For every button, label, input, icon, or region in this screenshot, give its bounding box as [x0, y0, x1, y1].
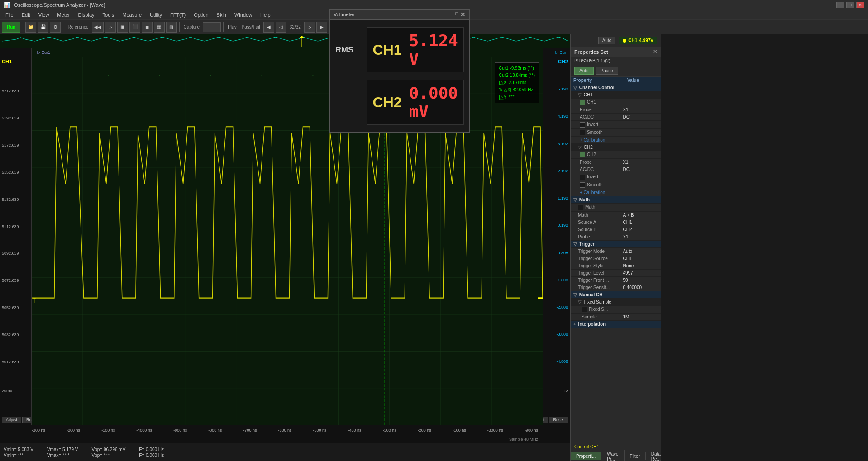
prop-sample-value[interactable]: Sample 1M — [571, 313, 661, 320]
tab-wave-pr[interactable]: Wave Pr... — [601, 450, 624, 461]
top-right-bar: Auto CH1 4.997V — [571, 34, 661, 47]
prop-trigger-mode[interactable]: Trigger Mode Auto — [571, 247, 661, 255]
voltmeter-restore-btn[interactable]: □ — [455, 11, 458, 18]
ch1-smooth-checkbox[interactable] — [580, 130, 585, 135]
value-col-header: Value — [625, 77, 661, 84]
menu-file[interactable]: File — [2, 11, 17, 19]
y-val-2: 5172.639 — [2, 143, 29, 147]
voltmeter-header[interactable]: Voltmeter □ ✕ — [330, 10, 469, 20]
prop-trigger-front[interactable]: Trigger Front ... 50 — [571, 276, 661, 284]
pause-prop-btn[interactable]: Pause — [596, 67, 618, 75]
prop-math-sourceb[interactable]: Source B CH2 — [571, 226, 661, 233]
ref-btn4[interactable]: ⬛ — [129, 22, 140, 33]
stat-vpp: Vpp= 96.296 mV Vpp= **** — [92, 447, 126, 458]
prop-ch2-smooth: Smooth — [571, 181, 661, 189]
x-ns-1: -300 ns — [32, 428, 45, 432]
prop-ch2-acdc[interactable]: AC/DC DC — [571, 166, 661, 173]
menu-display[interactable]: Display — [74, 11, 98, 19]
svg-point-23 — [108, 75, 109, 76]
tab-filter[interactable]: Filter — [625, 452, 646, 460]
menu-help[interactable]: Help — [257, 11, 274, 19]
reset-btn-right[interactable]: Reset — [549, 417, 568, 423]
prop-ch1-calibration[interactable]: + Calibration — [571, 137, 661, 144]
close-btn[interactable]: ✕ — [856, 2, 864, 8]
section-math: ▽ Math — [571, 196, 661, 204]
y-val-6: 5092.639 — [2, 251, 29, 256]
section-manual-ch: ▽ Manual CH — [571, 291, 661, 298]
ref-btn7[interactable]: ▩ — [166, 22, 177, 33]
menu-skin[interactable]: Skin — [213, 11, 230, 19]
math-checkbox[interactable] — [578, 205, 583, 210]
section-fixed-sample: ▽ Fixed Sample — [571, 298, 661, 305]
prop-math-sourcea[interactable]: Source A CH1 — [571, 219, 661, 226]
prop-ch2-calibration[interactable]: + Calibration — [571, 189, 661, 196]
nav-next-btn[interactable]: ▷ — [304, 22, 315, 33]
properties-close-icon[interactable]: ✕ — [653, 49, 657, 55]
tb-icon2[interactable]: 💾 — [38, 22, 48, 33]
y-right-9: -3.808 — [556, 332, 568, 337]
adjust-btn-left[interactable]: Adjust — [2, 417, 21, 423]
tb-icon1[interactable]: 📁 — [25, 22, 36, 33]
prop-trigger-source[interactable]: Trigger Source CH1 — [571, 255, 661, 262]
ref-btn2[interactable]: ▷ — [105, 22, 116, 33]
capture-label: Capture — [182, 24, 202, 29]
ch2-label: CH2 — [558, 59, 568, 64]
prop-trigger-level[interactable]: Trigger Level 4997 — [571, 269, 661, 276]
prop-math-op[interactable]: Math A + B — [571, 211, 661, 219]
auto-prop-btn[interactable]: Auto — [574, 67, 594, 75]
fixed-sample-checkbox[interactable] — [582, 307, 587, 312]
tb-icon3[interactable]: ⚙ — [50, 22, 61, 33]
tab-properties[interactable]: Properti... — [571, 452, 601, 460]
section-interpolation: + Interpolation — [571, 320, 661, 328]
voltmeter-controls: □ ✕ — [455, 11, 466, 18]
menu-meter[interactable]: Meter — [53, 11, 73, 19]
ch2-smooth-checkbox[interactable] — [580, 182, 585, 188]
y-right-10: -4.808 — [556, 359, 568, 364]
overview-strip — [0, 34, 570, 48]
overview-waveform — [2, 36, 568, 47]
prop-ch1-acdc[interactable]: AC/DC DC — [571, 114, 661, 121]
nav-prev2-btn[interactable]: ◁ — [276, 22, 286, 33]
menu-utility[interactable]: Utility — [146, 11, 166, 19]
voltmeter-ch2-value: 0.000 mV — [409, 84, 458, 121]
prop-ch2-probe[interactable]: Probe X1 — [571, 159, 661, 166]
ch2-checkbox[interactable] — [580, 152, 585, 157]
nav-prev-btn[interactable]: ◀ — [263, 22, 274, 33]
ch1-checkbox[interactable] — [580, 100, 585, 105]
ref-btn6[interactable]: ▦ — [154, 22, 165, 33]
stat-freq: F= 0.000 Hz F= 0.000 Hz — [139, 447, 164, 458]
tab-data-re[interactable]: Data Re... — [646, 450, 661, 461]
menu-fft[interactable]: FFT(T) — [167, 11, 189, 19]
menu-option[interactable]: Option — [190, 11, 212, 19]
ref-btn3[interactable]: ▣ — [117, 22, 128, 33]
voltmeter-window: Voltmeter □ ✕ RMS CH1 5.124 V CH2 0.000 … — [329, 9, 470, 133]
ch1-dot — [623, 39, 626, 43]
menu-measure[interactable]: Measure — [119, 11, 145, 19]
prop-trigger-sensit[interactable]: Trigger Sensit... 0.400000 — [571, 284, 661, 291]
auto-button[interactable]: Auto — [598, 37, 616, 44]
y-val-4: 5132.639 — [2, 197, 29, 202]
capture-input[interactable]: 1 — [203, 22, 221, 32]
menu-window[interactable]: Window — [231, 11, 256, 19]
separator-4 — [223, 22, 224, 32]
menu-edit[interactable]: Edit — [18, 11, 34, 19]
ref-btn1[interactable]: ◀◀ — [92, 22, 104, 33]
prop-trigger-style[interactable]: Trigger Style None — [571, 262, 661, 269]
run-button[interactable]: Run — [2, 22, 20, 33]
separator-1 — [23, 22, 23, 32]
nav-next2-btn[interactable]: ▶ — [316, 22, 327, 33]
menu-tools[interactable]: Tools — [99, 11, 118, 19]
menu-view[interactable]: View — [35, 11, 53, 19]
cursor1-value: Cur1 -9.93ms (**) — [499, 65, 535, 72]
voltmeter-close-btn[interactable]: ✕ — [460, 11, 466, 18]
prop-math-probe[interactable]: Probe X1 — [571, 233, 661, 240]
ch1-invert-checkbox[interactable] — [580, 122, 585, 128]
x-ns-2: -200 ns — [67, 428, 80, 432]
prop-ch1-probe[interactable]: Probe X1 — [571, 106, 661, 114]
ch2-invert-checkbox[interactable] — [580, 175, 585, 180]
maximize-btn[interactable]: □ — [846, 2, 854, 8]
minimize-btn[interactable]: — — [836, 2, 844, 8]
ref-btn5[interactable]: ◼ — [142, 22, 153, 33]
cursor2-value: Cur2 13.84ms (**) — [499, 72, 535, 79]
voltmeter-ch1-value: 5.124 V — [409, 31, 458, 68]
